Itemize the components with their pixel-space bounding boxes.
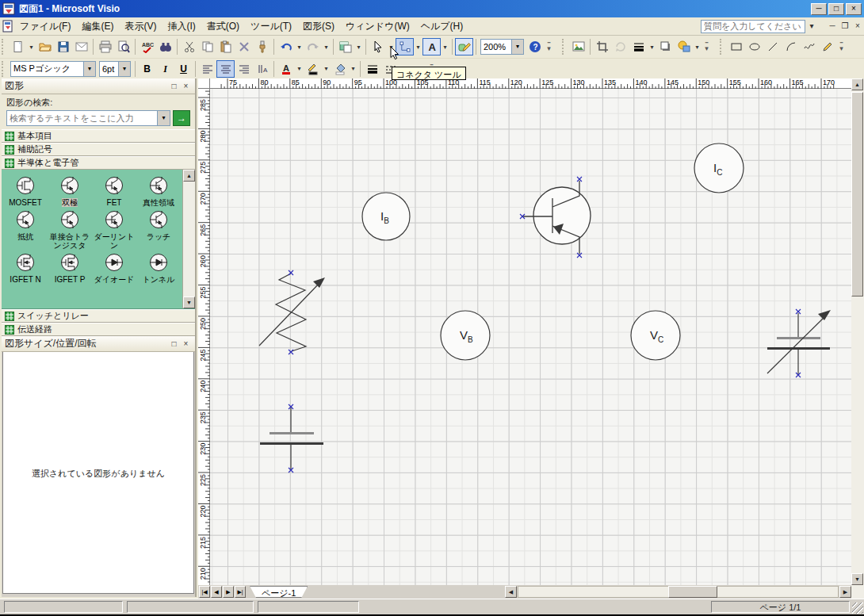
new-dropdown-icon[interactable]: ▾: [27, 38, 36, 55]
freeform-tool-button[interactable]: [800, 38, 818, 55]
pencil-tool-button[interactable]: [818, 38, 836, 55]
master-トンネル[interactable]: トンネル: [136, 250, 181, 284]
align-center-button[interactable]: [216, 60, 235, 78]
circle-shape-VC[interactable]: VC: [631, 311, 680, 360]
resize-grip[interactable]: [852, 603, 863, 614]
open-button[interactable]: [36, 38, 54, 55]
ellipse-tool-button[interactable]: [745, 38, 763, 55]
mail-button[interactable]: [72, 38, 90, 55]
master-双極[interactable]: 双極: [48, 173, 92, 207]
menu-6[interactable]: 図形(S): [297, 17, 340, 36]
doc-minimize-button[interactable]: ─: [826, 21, 839, 33]
category-2[interactable]: 半導体と電子管: [2, 156, 195, 170]
shapes-panel-close-button[interactable]: ×: [180, 81, 192, 92]
font-size-dropdown-icon[interactable]: ▾: [118, 62, 130, 76]
align-right-button[interactable]: [235, 60, 253, 78]
toolbar-options-icon[interactable]: ━▾: [836, 38, 847, 55]
size-panel-float-button[interactable]: □: [168, 339, 180, 350]
size-panel-close-button[interactable]: ×: [180, 339, 192, 350]
scroll-left-icon[interactable]: ◀: [505, 586, 517, 598]
bold-button[interactable]: B: [138, 60, 156, 78]
fill-style-button[interactable]: [675, 38, 693, 55]
format-painter-button[interactable]: [253, 38, 271, 55]
align-left-button[interactable]: [198, 60, 216, 78]
circle-shape-IC[interactable]: IC: [694, 143, 744, 193]
pointer-tool-button[interactable]: [369, 38, 387, 55]
connector-tool-dropdown-icon[interactable]: ▾: [414, 38, 422, 55]
category-3[interactable]: スイッチとリレー: [2, 309, 195, 323]
stencil-scroll-up-icon[interactable]: ▲: [183, 170, 195, 182]
shape-search-go-button[interactable]: →: [173, 110, 190, 126]
horizontal-scrollbar[interactable]: ◀ ▶: [505, 586, 851, 599]
scroll-right-icon[interactable]: ▶: [839, 586, 851, 598]
maximize-button[interactable]: □: [828, 3, 844, 15]
line-weight-pic-button[interactable]: [629, 38, 648, 55]
minimize-button[interactable]: ─: [811, 3, 827, 15]
circle-shape-VB[interactable]: VB: [441, 311, 490, 360]
fill-color-dropdown-icon[interactable]: ▾: [349, 60, 357, 78]
menu-8[interactable]: ヘルプ(H): [415, 17, 469, 36]
arc-tool-button[interactable]: [782, 38, 800, 55]
text-tool-button[interactable]: A: [422, 38, 441, 55]
undo-button[interactable]: [277, 38, 295, 55]
toolbar-options-icon[interactable]: ━▾: [544, 38, 554, 55]
delete-button[interactable]: [235, 38, 253, 55]
paste-button[interactable]: [216, 38, 235, 55]
fill-style-dropdown-icon[interactable]: ▾: [693, 38, 702, 55]
print-preview-button[interactable]: [114, 38, 132, 55]
menu-3[interactable]: 挿入(I): [162, 17, 201, 36]
master-ラッチ[interactable]: ラッチ: [136, 207, 181, 250]
stencil-scroll-down-icon[interactable]: ▼: [183, 297, 195, 308]
new-button[interactable]: [9, 38, 27, 55]
search-button[interactable]: [156, 38, 174, 55]
master-IGFET N[interactable]: IGFET N: [3, 250, 48, 284]
menu-7[interactable]: ウィンドウ(W): [340, 17, 415, 36]
master-ダイオード[interactable]: ダイオード: [92, 250, 136, 284]
shapes-panel-float-button[interactable]: □: [168, 81, 180, 92]
undo-dropdown-icon[interactable]: ▾: [295, 38, 304, 55]
shape-variable-resistor[interactable]: [259, 274, 325, 351]
underline-button[interactable]: U: [174, 60, 193, 78]
stencils-dropdown-icon[interactable]: ▾: [354, 38, 363, 55]
vertical-scrollbar[interactable]: ▲ ▼: [851, 78, 864, 599]
zoom-dropdown-icon[interactable]: ▾: [511, 40, 523, 54]
shape-search-dropdown-icon[interactable]: ▾: [157, 110, 170, 126]
rectangle-tool-button[interactable]: [727, 38, 745, 55]
shape-search-input[interactable]: [6, 110, 157, 126]
menu-4[interactable]: 書式(O): [201, 17, 245, 36]
next-page-button[interactable]: ▶: [223, 586, 234, 598]
first-page-button[interactable]: |◀: [199, 586, 210, 598]
prev-page-button[interactable]: ◀: [211, 586, 222, 598]
question-input[interactable]: [701, 20, 805, 33]
scroll-down-icon[interactable]: ▼: [851, 573, 863, 585]
document-icon[interactable]: [2, 20, 14, 33]
doc-close-button[interactable]: ×: [851, 21, 864, 33]
save-button[interactable]: [54, 38, 72, 55]
question-dropdown-icon[interactable]: ▾: [805, 21, 818, 33]
font-combo[interactable]: MS Pゴシック▾: [10, 61, 96, 77]
circle-shape-IB[interactable]: IB: [362, 193, 410, 240]
print-button[interactable]: [96, 38, 114, 55]
master-ダーリントン[interactable]: ダーリントン: [92, 207, 136, 250]
font-color-dropdown-icon[interactable]: ▾: [295, 60, 304, 78]
master-FET[interactable]: FET: [92, 173, 136, 207]
master-抵抗[interactable]: 抵抗: [3, 207, 48, 250]
redo-button[interactable]: [304, 38, 322, 55]
shadow-button[interactable]: [656, 38, 675, 55]
copy-button[interactable]: [198, 38, 216, 55]
close-button[interactable]: ×: [846, 3, 862, 15]
line-tool-button[interactable]: [763, 38, 782, 55]
category-0[interactable]: 基本項目: [2, 129, 195, 143]
font-color-button[interactable]: A: [277, 60, 295, 78]
category-1[interactable]: 補助記号: [2, 143, 195, 156]
toolbar-options-icon[interactable]: ━▾: [702, 38, 712, 55]
drawing-tool-button[interactable]: [455, 38, 473, 55]
line-weight-pic-dropdown-icon[interactable]: ▾: [648, 38, 656, 55]
redo-dropdown-icon[interactable]: ▾: [322, 38, 331, 55]
crop-button[interactable]: [593, 38, 611, 55]
stencil-scrollbar[interactable]: ▲ ▼: [182, 170, 195, 308]
menu-5[interactable]: ツール(T): [245, 17, 297, 36]
horizontal-scroll-thumb[interactable]: [668, 586, 717, 598]
text-vertical-button[interactable]: A: [253, 60, 271, 78]
menu-2[interactable]: 表示(V): [119, 17, 162, 36]
